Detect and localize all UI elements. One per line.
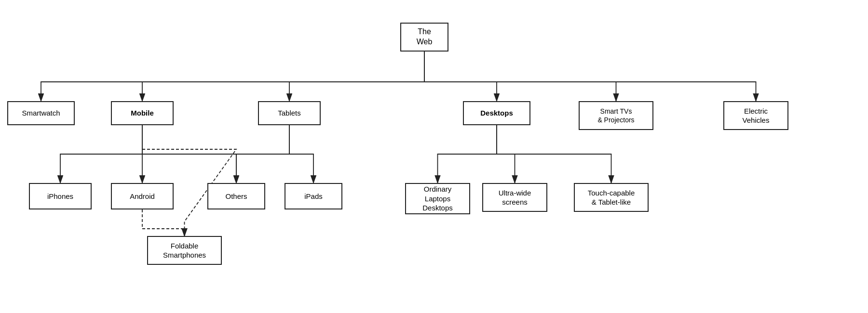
node-tablets: Tablets bbox=[258, 101, 321, 125]
node-ordinary: OrdinaryLaptopsDesktops bbox=[405, 183, 470, 214]
node-smarttvs: Smart TVs& Projectors bbox=[579, 101, 653, 130]
node-iphones: iPhones bbox=[29, 183, 92, 209]
node-ultrawide: Ultra-widescreens bbox=[482, 183, 547, 212]
node-android: Android bbox=[111, 183, 174, 209]
node-electricvehicles: ElectricVehicles bbox=[723, 101, 788, 130]
node-web: TheWeb bbox=[400, 23, 448, 52]
node-desktops: Desktops bbox=[463, 101, 530, 125]
node-touchcapable: Touch-capable& Tablet-like bbox=[574, 183, 649, 212]
chart-container: TheWeb Smartwatch Mobile Tablets Desktop… bbox=[0, 0, 868, 313]
node-ipads: iPads bbox=[285, 183, 342, 209]
node-foldable: FoldableSmartphones bbox=[147, 236, 222, 265]
node-smartwatch: Smartwatch bbox=[7, 101, 75, 125]
node-others: Others bbox=[207, 183, 265, 209]
node-mobile: Mobile bbox=[111, 101, 174, 125]
